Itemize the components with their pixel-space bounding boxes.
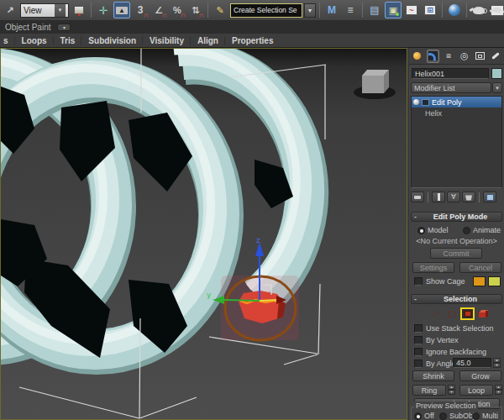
vertex-mode-icon[interactable]: ∴: [412, 307, 427, 320]
toolbar-separator: [362, 3, 363, 18]
snap-toggle-3d-icon[interactable]: 3∩: [132, 2, 149, 18]
pin-stack-icon[interactable]: [411, 192, 424, 202]
stack-row-helix[interactable]: Helix: [412, 108, 501, 118]
shrink-button[interactable]: Shrink: [412, 370, 454, 381]
tab-create[interactable]: [411, 50, 424, 63]
collapse-icon[interactable]: -: [412, 213, 419, 221]
ribbon-panel-tris[interactable]: Tris: [55, 36, 82, 45]
modifier-list-label: Modifier List: [414, 84, 455, 92]
layer-manager-icon[interactable]: ▤: [366, 2, 383, 18]
tab-modify[interactable]: [427, 50, 440, 63]
curve-editor-icon[interactable]: ~: [403, 2, 420, 18]
modifier-list-arrow[interactable]: ▼: [492, 82, 502, 93]
preview-subobj-radio[interactable]: SubObj: [439, 411, 475, 420]
make-unique-icon[interactable]: ∀: [447, 192, 460, 202]
dropdown-arrow-icon: ▼: [305, 4, 315, 17]
commit-label: Commit: [444, 249, 470, 258]
ring-button[interactable]: Ring: [412, 385, 446, 396]
show-cage-checkbox[interactable]: Show Cage: [414, 276, 465, 286]
ribbon-panel-subdivision[interactable]: Subdivision: [82, 36, 143, 45]
named-selection-set-combo[interactable]: Create Selection Se: [230, 3, 302, 18]
ribbon-panel-truncated[interactable]: s: [2, 36, 15, 45]
commit-button[interactable]: Commit: [430, 248, 482, 259]
loop-spinner[interactable]: ▲▼: [495, 385, 502, 395]
scale-tool-icon[interactable]: ↗: [2, 2, 18, 18]
snap-3d-glyph: 3: [138, 4, 144, 16]
cancel-button[interactable]: Cancel: [459, 262, 501, 273]
element-mode-icon[interactable]: [476, 307, 491, 320]
coordinate-system-value: View: [24, 6, 42, 15]
tab-display[interactable]: [474, 50, 487, 63]
mirror-icon[interactable]: M: [323, 2, 340, 18]
loop-button[interactable]: Loop: [459, 385, 493, 396]
ring-spinner[interactable]: ▲▼: [448, 385, 455, 395]
graphite-modeling-tools-toggle[interactable]: ▣: [385, 2, 402, 18]
object-name-field[interactable]: Helix001: [412, 68, 489, 79]
spinner-down[interactable]: ▼: [493, 363, 501, 368]
settings-button[interactable]: Settings: [412, 262, 454, 273]
ribbon-panel-align[interactable]: Align: [192, 36, 225, 45]
rollout-selection[interactable]: - Selection: [411, 294, 502, 304]
magnet-glyph: ∩: [181, 12, 186, 19]
material-editor-icon[interactable]: [446, 2, 463, 18]
preview-off-radio[interactable]: Off: [414, 411, 434, 420]
align-icon[interactable]: ≡: [342, 2, 359, 18]
by-angle-spinner[interactable]: ▲▼: [493, 358, 501, 368]
model-radio[interactable]: Model: [417, 225, 449, 235]
rollout-edit-poly-mode[interactable]: - Edit Poly Mode: [411, 212, 502, 222]
lightbulb-icon[interactable]: [413, 99, 419, 105]
grow-button[interactable]: Grow: [459, 370, 501, 381]
ribbon-panel-visibility[interactable]: Visibility: [144, 36, 191, 45]
animate-radio[interactable]: Animate: [463, 225, 501, 235]
polygon-mode-icon-active[interactable]: [460, 307, 475, 320]
keyboard-override-toggle[interactable]: ▲: [113, 2, 130, 18]
ribbon-tab-object-paint[interactable]: Object Paint: [5, 23, 50, 32]
reference-coordinate-dropdown[interactable]: View ▼: [20, 3, 69, 18]
subobj-label: SubObj: [449, 412, 475, 420]
by-vertex-checkbox[interactable]: By Vertex: [414, 335, 459, 345]
cage-color-swatch-1[interactable]: [473, 276, 486, 286]
edit-named-selection-sets-icon[interactable]: ✎: [212, 2, 228, 18]
rendered-frame-window-icon[interactable]: [489, 2, 504, 18]
select-and-manipulate-icon[interactable]: ✛: [95, 2, 112, 18]
percent-snap-icon[interactable]: %∩: [169, 2, 186, 18]
remove-modifier-icon[interactable]: [462, 192, 475, 202]
render-setup-icon[interactable]: [470, 2, 487, 18]
ignore-backfacing-checkbox[interactable]: Ignore Backfacing: [414, 347, 486, 357]
tab-utilities[interactable]: [489, 50, 502, 63]
by-angle-checkbox[interactable]: By Angle:: [414, 359, 458, 369]
stack-row-edit-poly[interactable]: Edit Poly: [412, 97, 501, 108]
edge-mode-icon[interactable]: [428, 307, 443, 320]
tab-motion[interactable]: ◎: [458, 50, 471, 63]
spinner-down[interactable]: ▼: [448, 390, 455, 395]
ribbon-minimize-button[interactable]: ▾: [57, 24, 71, 31]
by-angle-value-field[interactable]: 45.0: [453, 358, 491, 368]
ribbon-panel-loops[interactable]: Loops: [16, 36, 54, 45]
spinner-down[interactable]: ▼: [495, 390, 502, 395]
spinner-snap-icon[interactable]: ⇅∩: [187, 2, 204, 18]
ribbon-panel-properties[interactable]: Properties: [226, 36, 279, 45]
selection-set-dropdown-arrow[interactable]: ▼: [304, 3, 316, 18]
configure-modifier-sets-icon[interactable]: [483, 192, 496, 202]
collapse-icon[interactable]: -: [412, 295, 419, 303]
show-end-result-icon[interactable]: [432, 192, 445, 202]
hierarchy-icon: ⧈: [446, 51, 451, 60]
schematic-view-icon[interactable]: ⊞: [422, 2, 438, 18]
selected-polygon: [239, 291, 284, 323]
use-stack-selection-checkbox[interactable]: Use Stack Selection: [414, 323, 494, 333]
perspective-viewport[interactable]: z y: [0, 48, 407, 420]
angle-snap-icon[interactable]: ∠∩: [150, 2, 167, 18]
magnet-glyph: ∩: [199, 12, 205, 19]
schematic-glyph: ⊞: [424, 5, 436, 15]
use-center-icon[interactable]: [71, 2, 87, 18]
modifier-list-dropdown[interactable]: Modifier List: [411, 82, 491, 93]
preview-multi-radio[interactable]: Multi: [472, 411, 504, 420]
border-mode-icon[interactable]: [444, 307, 459, 320]
dropdown-arrow-icon[interactable]: ▼: [55, 4, 66, 17]
cage-color-swatch-2[interactable]: [488, 276, 501, 286]
tab-hierarchy[interactable]: ⧈: [442, 50, 455, 63]
pencil-glyph: ✎: [216, 5, 223, 16]
use-center-glyph: [74, 6, 84, 14]
object-color-swatch[interactable]: [491, 68, 502, 79]
stack-toolbar: ∀: [411, 191, 502, 203]
